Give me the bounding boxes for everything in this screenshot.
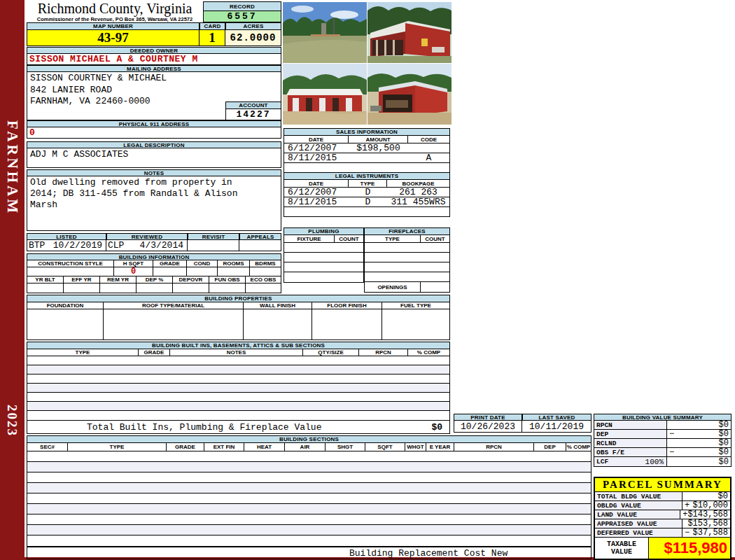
built-ins-row-empty: [27, 365, 449, 374]
section-row-empty: [27, 536, 591, 546]
col-bi-notes: NOTES: [170, 349, 303, 356]
col-fun-obs: FUN OBS: [209, 276, 246, 283]
construction-style-value: [27, 267, 114, 276]
commissioner-line: Commissioner of the Revenue, PO Box 365,…: [27, 16, 203, 22]
building-value-summary-title: BUILDING VALUE SUMMARY: [594, 414, 732, 421]
plumbing-row-empty: [284, 243, 363, 253]
col-heat: HEAT: [244, 443, 285, 451]
col-eff-yr: EFF YR: [64, 276, 100, 283]
account-label: ACCOUNT: [225, 102, 281, 109]
col-bi-type: TYPE: [27, 349, 139, 356]
revisit-value: [188, 240, 239, 251]
instrument-type: D: [349, 187, 387, 197]
summary-value: $0: [719, 438, 731, 448]
built-ins-total-value: $0: [431, 422, 449, 433]
record-label: RECORD: [203, 1, 281, 11]
last-saved-value: 10/11/2019: [522, 421, 591, 432]
sale-amount: $198,500: [349, 143, 408, 153]
deeded-owner-value: SISSON MICHAEL A & COURTNEY M: [27, 54, 281, 65]
sale-row-empty: [284, 163, 449, 172]
district-name: FARNHAM: [4, 120, 21, 216]
property-photo-field[interactable]: [283, 2, 367, 63]
foundation-value: [27, 309, 104, 340]
summary-row-obs: OBS F/E −$0: [594, 448, 731, 457]
record-box: RECORD 6557: [203, 1, 281, 22]
legal-description-value: ADJ M C ASSOCIATES: [27, 148, 281, 168]
openings-label: OPENINGS: [365, 282, 421, 292]
col-instrument-type: TYPE: [349, 180, 387, 187]
summary-label: OBS F/E: [594, 448, 667, 456]
col-e-year: E YEAR: [426, 443, 454, 451]
mailing-line: SISSON COURTNEY & MICHAEL: [30, 73, 278, 85]
reviewed-by: CLP: [108, 240, 124, 251]
map-number-value: 43-97: [27, 30, 200, 46]
sale-date: 6/12/2007: [284, 143, 349, 153]
card-value: 1: [200, 30, 225, 46]
parcel-summary-title: PARCEL SUMMARY: [595, 478, 730, 492]
summary-label: DEP: [594, 430, 667, 438]
col-grade: GRADE: [153, 260, 187, 267]
notes-value: Old dwelling removed from property in 20…: [27, 176, 281, 231]
property-photos: [283, 2, 451, 125]
col-bi-grade: GRADE: [139, 349, 170, 356]
taxable-value-amount: $115,980: [649, 538, 730, 559]
footer-band: Building Replacement Cost New: [27, 547, 592, 559]
col-instrument-bookpage: BOOKPAGE: [387, 180, 449, 187]
section-row-empty: [27, 451, 591, 462]
sale-row: 6/12/2007 $198,500: [284, 144, 449, 153]
col-h-sqft: H SQFT: [114, 260, 153, 267]
fireplaces: FIREPLACES TYPE COUNT OPENINGS: [364, 227, 450, 293]
property-photo-stable[interactable]: [283, 64, 367, 125]
col-instrument-date: DATE: [284, 180, 349, 187]
summary-label: LCF: [596, 458, 608, 465]
col-bi-rpcn: RPCN: [359, 349, 408, 356]
instrument-row: 6/12/2007 D 261 263: [284, 188, 449, 197]
instrument-row: 8/11/2015 D 311 455WRS: [284, 197, 449, 207]
fireplace-row-empty: [365, 253, 449, 262]
notes-label: NOTES: [27, 169, 281, 176]
built-ins-total-row: Total Built Ins, Plumbing & Fireplace Va…: [27, 421, 450, 434]
depovr-value: [173, 284, 209, 293]
property-photo-barn[interactable]: [368, 2, 451, 63]
legal-instruments-title: LEGAL INSTRUMENTS: [284, 172, 450, 180]
col-type: TYPE: [68, 443, 167, 451]
cond-value: [187, 267, 218, 276]
rem-yr-value: [100, 284, 136, 293]
reviewed-value: CLP 4/3/2014: [106, 240, 188, 251]
tax-year: 2023: [4, 405, 20, 437]
parcel-value: $153,568: [687, 519, 730, 528]
property-photo-equipment-barn[interactable]: [368, 64, 451, 125]
instrument-bookpage: 261 263: [387, 187, 449, 197]
parcel-op: −: [685, 528, 690, 538]
section-row-empty: [27, 483, 591, 493]
col-rem-yr: REM YR: [100, 276, 136, 283]
summary-op: −: [669, 447, 674, 457]
col-fireplace-count: COUNT: [421, 235, 449, 242]
summary-row-rpcn: RPCN $0: [594, 421, 731, 430]
appeals-label: APPEALS: [239, 233, 281, 240]
col-cond: COND: [187, 260, 218, 267]
col-bi-qty: QTY/SIZE: [303, 349, 359, 356]
parcel-label: LAND VALUE: [595, 510, 680, 519]
appeals-value: [239, 240, 281, 251]
summary-row-lcf: LCF 100% $0: [594, 457, 731, 466]
map-number-label: MAP NUMBER: [27, 22, 200, 30]
reviewed-date: 4/3/2014: [140, 240, 183, 251]
instrument-date: 6/12/2007: [284, 187, 349, 197]
deeded-owner-label: DEEDED OWNER: [27, 47, 281, 54]
listed-by: BTP: [29, 240, 45, 251]
parcel-op: +: [682, 510, 687, 519]
notes-line: 2014; DB 311-455 from Randall & Alison: [30, 188, 278, 200]
col-fixture: FIXTURE: [284, 235, 335, 242]
col-sale-code: CODE: [408, 136, 449, 143]
built-ins-row-empty: [27, 393, 449, 402]
parcel-row-deferred: DEFERRED VALUE −$37,588: [595, 528, 730, 538]
wall-finish-value: [244, 309, 312, 340]
print-date-value: 10/26/2023: [454, 421, 522, 432]
col-eco-obs: ECO OBS: [246, 276, 281, 283]
property-record-card-page: { "sidebar": { "district": "FARNHAM", "y…: [0, 0, 735, 560]
review-history: LISTED REVIEWED REVISIT APPEALS BTP 10/2…: [27, 233, 281, 251]
col-shgt: SHGT: [326, 443, 365, 451]
built-ins-row-empty: [27, 411, 449, 420]
col-bi-comp: % COMP: [408, 349, 449, 356]
